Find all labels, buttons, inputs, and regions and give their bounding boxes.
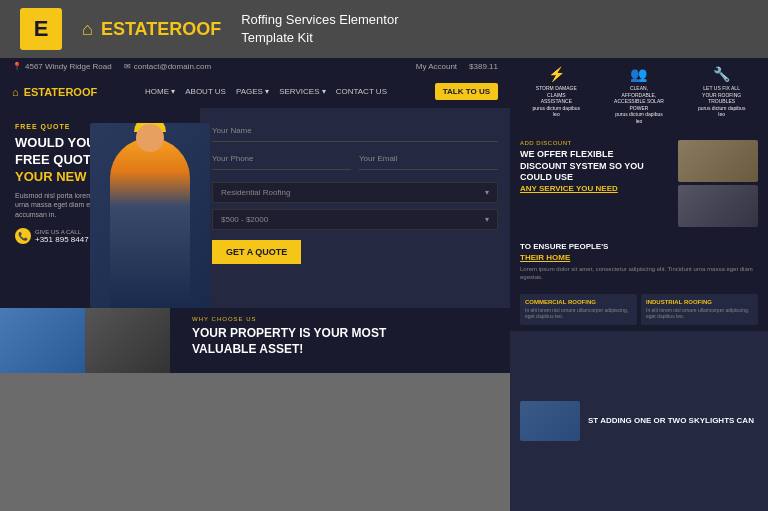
icon-storm: ⚡ STORM DAMAGE CLAIMS ASSISTANCE purus d… bbox=[531, 66, 581, 124]
roof-image-2 bbox=[85, 308, 170, 373]
service-select[interactable]: Residential Roofing▾ bbox=[212, 182, 498, 203]
main-content: 📍 4567 Windy Ridge Road ✉ contact@domain… bbox=[0, 58, 768, 511]
storm-icon: ⚡ bbox=[531, 66, 581, 82]
nav-pages[interactable]: PAGES ▾ bbox=[236, 87, 269, 96]
commercial-title: COMMERCIAL ROOFING bbox=[525, 299, 632, 305]
ensure-section: TO ENSURE PEOPLE'S THEIR HOME Lorem ipsu… bbox=[510, 235, 768, 288]
icons-strip: ⚡ STORM DAMAGE CLAIMS ASSISTANCE purus d… bbox=[510, 58, 768, 132]
repair-text: LET US FIX ALL YOUR ROOFING TROUBLES bbox=[697, 85, 747, 105]
worker-head bbox=[136, 124, 164, 152]
commercial-roofing-card: COMMERCIAL ROOFING In elit lorem nisl or… bbox=[520, 294, 637, 325]
hero-left: FREE QUOTE WOULD YOU LIKE A FREE QUOTE F… bbox=[0, 108, 200, 308]
nav-contact[interactable]: CONTACT US bbox=[336, 87, 387, 96]
commercial-text: In elit lorem nisl ornare ullamcorper ad… bbox=[525, 307, 632, 320]
ensure-highlight: THEIR HOME bbox=[520, 253, 570, 262]
discount-label: ADD DISCOUNT bbox=[520, 140, 670, 146]
storm-text: STORM DAMAGE CLAIMS ASSISTANCE bbox=[531, 85, 581, 105]
skylight-section: ST ADDING ONE OR TWO SKYLIGHTS CAN bbox=[510, 331, 768, 511]
site-nav-links: HOME ▾ ABOUT US PAGES ▾ SERVICES ▾ CONTA… bbox=[145, 87, 387, 96]
why-choose-title: YOUR PROPERTY IS YOUR MOST VALUABLE ASSE… bbox=[192, 326, 498, 357]
email-text: ✉ contact@domain.com bbox=[124, 62, 212, 71]
brand-icon: ⌂ bbox=[82, 19, 93, 40]
discount-images bbox=[678, 140, 758, 227]
account-link[interactable]: My Account bbox=[416, 62, 457, 71]
site-bottom: WHY CHOOSE US YOUR PROPERTY IS YOUR MOST… bbox=[0, 308, 510, 373]
website-mockup: 📍 4567 Windy Ridge Road ✉ contact@domain… bbox=[0, 58, 510, 511]
brand-name: ⌂ ESTATEROOF bbox=[82, 19, 221, 40]
address-text: 📍 4567 Windy Ridge Road bbox=[12, 62, 112, 71]
discount-link[interactable]: ANY SERVICE YOU NEED bbox=[520, 184, 670, 194]
solar-icon: 👥 bbox=[614, 66, 664, 82]
elementor-logo: E bbox=[20, 8, 62, 50]
talk-button[interactable]: TALK TO US bbox=[435, 83, 498, 100]
worker-silhouette bbox=[110, 138, 190, 308]
site-logo: ⌂ ESTATEROOF bbox=[12, 86, 97, 98]
site-nav: ⌂ ESTATEROOF HOME ▾ ABOUT US PAGES ▾ SER… bbox=[0, 75, 510, 108]
discount-section: ADD DISCOUNT WE OFFER FLEXIBLE DISCOUNT … bbox=[510, 132, 768, 235]
icon-repair: 🔧 LET US FIX ALL YOUR ROOFING TROUBLES p… bbox=[697, 66, 747, 124]
repair-icon: 🔧 bbox=[697, 66, 747, 82]
service-cards: COMMERCIAL ROOFING In elit lorem nisl or… bbox=[510, 288, 768, 331]
email-field[interactable]: Your Email bbox=[359, 148, 498, 170]
skylight-image bbox=[520, 401, 580, 441]
cart-amount: $389.11 bbox=[469, 62, 498, 71]
nav-services[interactable]: SERVICES ▾ bbox=[279, 87, 326, 96]
quote-form: Your Name Your Phone Your Email Resident… bbox=[200, 108, 510, 308]
header-description: Roffing Services Elementor Template Kit bbox=[241, 11, 398, 47]
roof-image-1 bbox=[0, 308, 85, 373]
industrial-text: In elit lorem nisl ornare ullamcorper ad… bbox=[646, 307, 753, 320]
get-quote-button[interactable]: GET A QUOTE bbox=[212, 240, 301, 264]
solar-text: CLEAN, AFFORDABLE, ACCESSIBLE SOLAR POWE… bbox=[614, 85, 664, 111]
discount-text: ADD DISCOUNT WE OFFER FLEXIBLE DISCOUNT … bbox=[520, 140, 670, 227]
icon-solar: 👥 CLEAN, AFFORDABLE, ACCESSIBLE SOLAR PO… bbox=[614, 66, 664, 124]
bottom-images bbox=[0, 308, 180, 373]
ensure-desc: Lorem ipsum dolor sit amet, consectetur … bbox=[520, 266, 758, 282]
phone-field[interactable]: Your Phone bbox=[212, 148, 351, 170]
industrial-roofing-card: INDUSTRIAL ROOFING In elit lorem nisl or… bbox=[641, 294, 758, 325]
header-bar: E ⌂ ESTATEROOF Roffing Services Elemento… bbox=[0, 0, 768, 58]
budget-select[interactable]: $500 - $2000▾ bbox=[212, 209, 498, 230]
discount-image-2 bbox=[678, 185, 758, 227]
brand-text: ESTATEROOF bbox=[101, 19, 221, 40]
name-field[interactable]: Your Name bbox=[212, 120, 498, 142]
why-choose-label: WHY CHOOSE US bbox=[192, 316, 498, 322]
right-panel: ⚡ STORM DAMAGE CLAIMS ASSISTANCE purus d… bbox=[510, 58, 768, 511]
phone-icon: 📞 bbox=[15, 228, 31, 244]
discount-image-1 bbox=[678, 140, 758, 182]
nav-about[interactable]: ABOUT US bbox=[185, 87, 226, 96]
logo-icon: ⌂ bbox=[12, 86, 19, 98]
nav-home[interactable]: HOME ▾ bbox=[145, 87, 175, 96]
discount-title: WE OFFER FLEXIBLE DISCOUNT SYSTEM SO YOU… bbox=[520, 149, 670, 194]
skylight-text: ST ADDING ONE OR TWO SKYLIGHTS CAN bbox=[588, 415, 754, 426]
logo-text: ESTATEROOF bbox=[24, 86, 98, 98]
why-choose-section: WHY CHOOSE US YOUR PROPERTY IS YOUR MOST… bbox=[180, 308, 510, 373]
ensure-title: TO ENSURE PEOPLE'S THEIR HOME bbox=[520, 241, 758, 263]
hero-section: FREE QUOTE WOULD YOU LIKE A FREE QUOTE F… bbox=[0, 108, 510, 308]
site-topbar: 📍 4567 Windy Ridge Road ✉ contact@domain… bbox=[0, 58, 510, 75]
phone-email-row: Your Phone Your Email bbox=[212, 148, 498, 176]
worker-image bbox=[90, 123, 210, 308]
industrial-title: INDUSTRIAL ROOFING bbox=[646, 299, 753, 305]
